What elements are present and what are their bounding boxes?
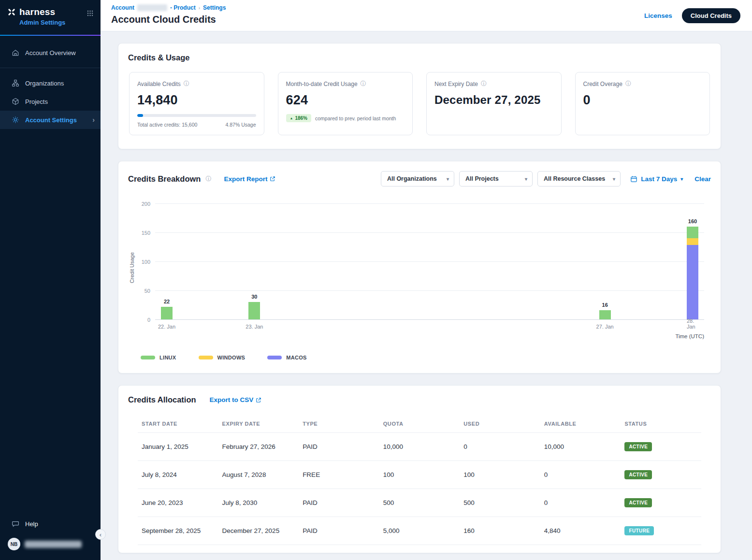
bar-segment-macos [687, 245, 698, 319]
credit-overage-stat: Credit Overage ⓘ 0 [575, 72, 710, 135]
stat-label: Credit Overage [583, 81, 622, 87]
cell-available: 0 [540, 489, 621, 517]
gear-icon [12, 116, 19, 124]
organizations-select[interactable]: All Organizations ▾ [381, 171, 454, 187]
chevron-down-icon: ▾ [680, 176, 683, 182]
bar-segment-windows [687, 238, 698, 245]
admin-settings-label: Admin Settings [19, 19, 94, 26]
sidebar-item-label: Organizations [25, 80, 64, 87]
credits-allocation-title: Credits Allocation [128, 395, 196, 404]
date-range-value: Last 7 Days [641, 175, 677, 183]
cell-available: 0 [540, 461, 621, 489]
sidebar: harness Admin Settings Account Overview … [0, 0, 101, 560]
delta-note: compared to prev. period last month [315, 115, 396, 121]
clear-filters-link[interactable]: Clear [694, 175, 711, 183]
legend-item-linux[interactable]: LINUX [141, 355, 176, 360]
export-csv-link[interactable]: Export to CSV [210, 396, 262, 403]
chart-y-axis-title: Credit Usage [129, 210, 135, 326]
status-badge: FUTURE [624, 526, 654, 535]
sidebar-item-account-overview[interactable]: Account Overview [0, 43, 101, 62]
brand-name: harness [19, 7, 55, 17]
date-range-picker[interactable]: Last 7 Days ▾ [630, 175, 683, 183]
bar-segment-linux [687, 227, 698, 238]
cell-type: PAID [299, 489, 379, 517]
sidebar-header: harness Admin Settings [0, 0, 101, 35]
bar-total-label: 22 [164, 299, 170, 304]
stat-label: Available Credits [137, 81, 181, 87]
chart-bar-27-jan[interactable] [599, 310, 611, 319]
legend-item-windows[interactable]: WINDOWS [199, 355, 246, 360]
cell-expiry-date: July 8, 2030 [218, 489, 299, 517]
cell-expiry-date: February 27, 2026 [218, 433, 299, 461]
sidebar-item-account-settings[interactable]: Account Settings › [0, 111, 101, 129]
chart-gridline [155, 319, 704, 320]
licenses-link[interactable]: Licenses [644, 12, 672, 19]
help-button[interactable]: Help [0, 515, 101, 533]
chart-bar-22-jan[interactable] [161, 307, 173, 319]
next-expiry-value: December 27, 2025 [434, 93, 553, 107]
apps-grid-icon[interactable] [87, 10, 94, 19]
x-tick-label: 22. Jan [158, 324, 175, 330]
delta-value: 186% [295, 115, 307, 121]
credit-overage-value: 0 [583, 93, 702, 108]
user-row[interactable]: NB [0, 533, 101, 556]
status-badge: ACTIVE [624, 498, 652, 507]
credits-breakdown-chart: Credit Usage 0501001502002222. Jan3023. … [128, 204, 711, 360]
available-credits-value: 14,840 [137, 93, 256, 108]
sidebar-bottom: Help NB [0, 515, 101, 560]
resource-classes-select[interactable]: All Resource Classes ▾ [537, 171, 621, 187]
info-icon[interactable]: ⓘ [481, 80, 487, 88]
bar-segment-linux [599, 310, 611, 319]
export-csv-label: Export to CSV [210, 396, 254, 403]
chart-bar-23-jan[interactable] [248, 302, 260, 319]
chat-bubble-icon [12, 520, 19, 528]
chevron-right-icon: › [92, 116, 95, 124]
breadcrumb: Account - Product › Settings [111, 4, 226, 11]
breadcrumb-separator: › [199, 5, 200, 11]
avatar[interactable]: NB [8, 538, 20, 550]
sidebar-item-projects[interactable]: Projects [0, 92, 101, 111]
external-link-icon [270, 176, 275, 182]
projects-select[interactable]: All Projects ▾ [459, 171, 533, 187]
stats-grid: Available Credits ⓘ 14,840 Total active … [129, 72, 710, 135]
info-icon[interactable]: ⓘ [205, 175, 211, 183]
user-name-redacted [25, 541, 82, 548]
stat-label: Next Expiry Date [434, 81, 478, 87]
info-icon[interactable]: ⓘ [184, 80, 189, 88]
sidebar-item-organizations[interactable]: Organizations [0, 74, 101, 92]
brand-row[interactable]: harness [7, 7, 94, 17]
mtd-usage-value: 624 [286, 93, 405, 108]
export-report-link[interactable]: Export Report [224, 175, 275, 183]
projects-select-value: All Projects [465, 175, 499, 182]
chevron-down-icon: ▾ [613, 176, 615, 182]
info-icon[interactable]: ⓘ [625, 80, 631, 88]
col-available: AVAILABLE [540, 415, 621, 433]
org-chart-icon [12, 79, 19, 87]
chart-bar-28-jan[interactable] [687, 227, 698, 319]
cell-start-date: June 20, 2023 [138, 489, 218, 517]
legend-label: WINDOWS [217, 355, 246, 360]
chart-legend: LINUXWINDOWSMACOS [141, 355, 711, 360]
cell-used: 500 [460, 489, 540, 517]
col-used: USED [460, 415, 540, 433]
cell-quota: 500 [379, 489, 460, 517]
sidebar-collapse-toggle[interactable]: ‹ [95, 529, 106, 540]
bar-segment-linux [161, 307, 173, 319]
legend-swatch [267, 356, 282, 359]
table-row: September 28, 2025 December 27, 2025 PAI… [138, 517, 701, 545]
info-icon[interactable]: ⓘ [361, 80, 366, 88]
credits-breakdown-card: Credits Breakdown ⓘ Export Report All Or… [118, 161, 721, 373]
legend-item-macos[interactable]: MACOS [267, 355, 306, 360]
allocation-table: START DATE EXPIRY DATE TYPE QUOTA USED A… [138, 415, 701, 553]
col-type: TYPE [299, 415, 379, 433]
breadcrumb-product-link[interactable]: - Product [170, 4, 196, 11]
main: Account - Product › Settings Account Clo… [101, 0, 752, 560]
breadcrumb-account-link[interactable]: Account [111, 4, 134, 11]
organizations-select-value: All Organizations [387, 175, 437, 182]
harness-logo-icon [7, 7, 16, 17]
cell-type: PAID [299, 433, 379, 461]
cloud-credits-button[interactable]: Cloud Credits [682, 8, 740, 23]
breadcrumb-settings-link[interactable]: Settings [203, 4, 226, 11]
credits-progress-fill [137, 114, 143, 117]
next-expiry-stat: Next Expiry Date ⓘ December 27, 2025 [426, 72, 562, 135]
